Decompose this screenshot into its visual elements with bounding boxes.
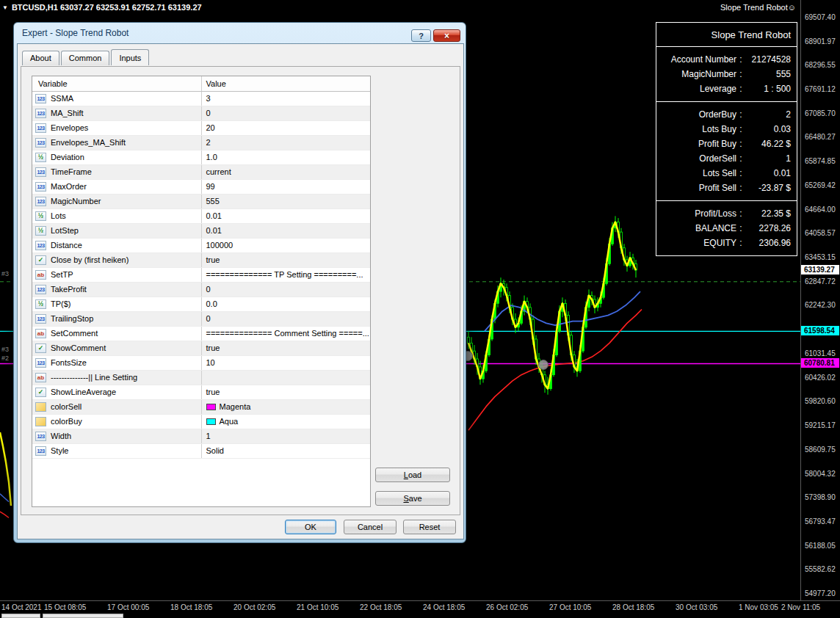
panel-row-profit-buy: Profit Buy:46.22 $ [662, 137, 791, 151]
dialog-titlebar[interactable]: Expert - Slope Trend Robot [14, 23, 466, 43]
input-row-showcomment[interactable]: ShowCommenttrue [32, 341, 370, 355]
panel-value: 22.35 $ [745, 208, 791, 219]
tab-common[interactable]: Common [61, 51, 110, 65]
panel-label: Profit/Loss [662, 208, 736, 219]
variable-value[interactable]: ============== TP Setting =========... [201, 267, 370, 282]
input-row-lotstep[interactable]: LotStep0.01 [32, 223, 370, 238]
price-axis-label: 65269.42 [805, 181, 836, 189]
input-row-showlineaverage[interactable]: ShowLineAveragetrue [32, 385, 370, 399]
bottom-tab-1[interactable] [1, 614, 40, 618]
panel-label: Profit Buy [662, 139, 736, 149]
column-header-value[interactable]: Value [201, 76, 370, 91]
close-button[interactable]: × [433, 29, 460, 42]
input-row-ma-shift[interactable]: MA_Shift0 [32, 106, 370, 120]
tab-about[interactable]: About [22, 51, 59, 65]
variable-value[interactable]: 0 [201, 282, 370, 297]
input-row-magicnumber[interactable]: MagicNumber555 [32, 194, 370, 208]
variable-value[interactable]: 1.0 [201, 150, 370, 164]
variable-name: Distance [51, 241, 82, 250]
variable-value[interactable]: 100000 [201, 238, 370, 252]
bottom-tab-2[interactable] [43, 614, 123, 618]
variable-value[interactable]: true [201, 252, 370, 267]
help-button[interactable]: ? [411, 29, 431, 42]
load-button[interactable]: Load [375, 468, 450, 482]
bool-type-icon [35, 255, 46, 265]
trade-marker-2[interactable] [539, 360, 548, 370]
save-button[interactable]: Save [375, 491, 450, 506]
price-axis-label: 58004.32 [805, 470, 836, 478]
variable-name: MaxOrder [51, 182, 87, 191]
variable-value[interactable]: 99 [201, 179, 370, 194]
variable-value[interactable]: 0.01 [201, 208, 370, 223]
variable-name: MagicNumber [51, 197, 101, 206]
input-row-colorsell[interactable]: colorSellMagenta [32, 399, 370, 414]
time-axis-label: 15 Oct 08:05 [44, 603, 86, 611]
variable-value[interactable]: Aqua [201, 414, 370, 429]
input-row-timeframe[interactable]: TimeFramecurrent [32, 164, 370, 179]
variable-value[interactable]: 3 [201, 91, 370, 106]
input-row-maxorder[interactable]: MaxOrder99 [32, 179, 370, 194]
panel-value: 2306.96 [745, 238, 791, 248]
column-header-variable[interactable]: Variable [32, 76, 201, 91]
input-row-settp[interactable]: SetTP============== TP Setting =========… [32, 267, 370, 282]
variable-name: TimeFrame [51, 167, 92, 176]
input-row-close-by-first-heiken-[interactable]: Close by (first heiken)true [32, 252, 370, 267]
reset-button[interactable]: Reset [403, 520, 456, 534]
input-row-envelopes-ma-shift[interactable]: Envelopes_MA_Shift2 [32, 135, 370, 150]
int-type-icon [35, 123, 46, 133]
variable-value[interactable]: true [201, 341, 370, 355]
variable-value[interactable]: 0.0 [201, 297, 370, 311]
input-row-ssma[interactable]: SSMA3 [32, 91, 370, 106]
variable-name: Envelopes_MA_Shift [51, 138, 126, 147]
inputs-tab-page: Variable Value SSMA3MA_Shift0Envelopes20… [21, 66, 460, 515]
input-row-deviation[interactable]: Deviation1.0 [32, 150, 370, 164]
variable-value[interactable]: 555 [201, 194, 370, 208]
variable-name: Style [51, 446, 68, 455]
tab-inputs[interactable]: Inputs [111, 49, 149, 65]
variable-value[interactable]: true [201, 385, 370, 399]
inputs-table-body: SSMA3MA_Shift0Envelopes20Envelopes_MA_Sh… [32, 91, 370, 458]
input-row-tp-[interactable]: TP($)0.0 [32, 297, 370, 311]
variable-value[interactable]: 0 [201, 311, 370, 326]
input-row-envelopes[interactable]: Envelopes20 [32, 120, 370, 135]
variable-value[interactable] [201, 370, 370, 385]
input-row-takeprofit[interactable]: TakeProfit0 [32, 282, 370, 297]
symbol-dropdown-icon[interactable]: ▼ [2, 4, 8, 11]
ok-button[interactable]: OK [285, 520, 336, 534]
input-row-lots[interactable]: Lots0.01 [32, 208, 370, 223]
input-row--line-setting[interactable]: --------------|| Line Setting [32, 370, 370, 385]
variable-value[interactable]: 2 [201, 135, 370, 150]
variable-name: Width [51, 432, 71, 440]
variable-value[interactable]: Magenta [201, 399, 370, 414]
variable-name: --------------|| Line Setting [51, 373, 137, 382]
input-row-fontssize[interactable]: FontsSize10 [32, 355, 370, 370]
mt4-window: #3#3#2 ▼ BTCUSD,H1 63037.27 63253.91 627… [0, 0, 840, 618]
panel-label: OrderBuy [662, 109, 736, 120]
input-row-trailingstop[interactable]: TrailingStop0 [32, 311, 370, 326]
cancel-button[interactable]: Cancel [344, 520, 397, 534]
variable-value[interactable]: 1 [201, 429, 370, 443]
time-axis-label: 26 Oct 02:05 [486, 603, 528, 611]
int-type-icon [35, 197, 46, 206]
panel-value: 2278.26 [745, 223, 791, 233]
panel-row-magicnumber: MagicNumber:555 [662, 67, 791, 81]
inputs-table[interactable]: Variable Value SSMA3MA_Shift0Envelopes20… [32, 76, 371, 507]
input-row-setcomment[interactable]: SetComment============== Comment Setting… [32, 326, 370, 341]
bottom-strip [0, 614, 840, 618]
price-axis-label: 63453.15 [805, 253, 836, 261]
variable-value[interactable]: 10 [201, 355, 370, 370]
input-row-width[interactable]: Width1 [32, 429, 370, 443]
variable-value[interactable]: Solid [201, 443, 370, 458]
price-axis-label: 56188.05 [805, 542, 836, 550]
variable-value[interactable]: current [201, 164, 370, 179]
input-row-distance[interactable]: Distance100000 [32, 238, 370, 252]
variable-value[interactable]: ============== Comment Setting =====... [201, 326, 370, 341]
variable-value[interactable]: 0 [201, 106, 370, 120]
time-axis[interactable]: 14 Oct 202115 Oct 08:0517 Oct 00:0518 Oc… [0, 600, 840, 614]
variable-value[interactable]: 0.01 [201, 223, 370, 238]
panel-value: 1 : 500 [745, 84, 791, 94]
input-row-colorbuy[interactable]: colorBuyAqua [32, 414, 370, 429]
variable-value[interactable]: 20 [201, 120, 370, 135]
input-row-style[interactable]: StyleSolid [32, 443, 370, 458]
price-axis[interactable]: 69507.4068901.9768296.5567691.1267085.70… [800, 0, 840, 600]
